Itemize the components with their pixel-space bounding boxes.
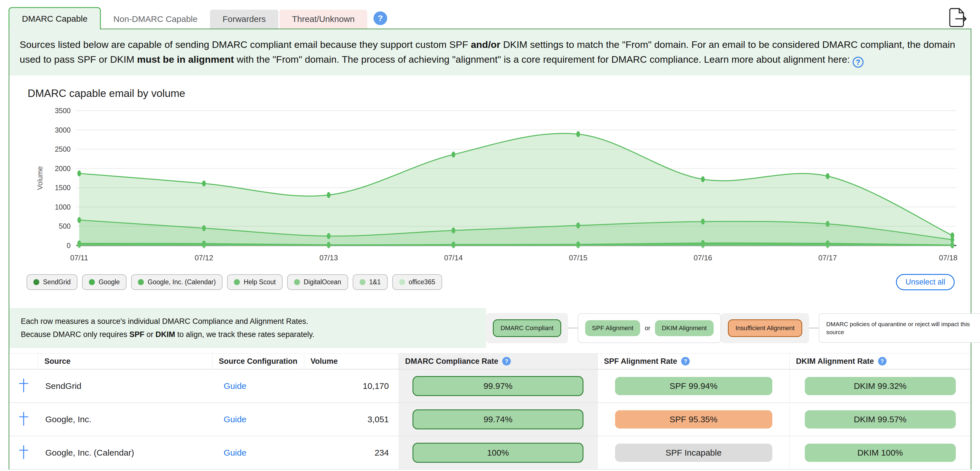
dmarc-compliance-cell: 99.97%	[399, 369, 597, 402]
guide-cell: Guide	[212, 369, 304, 402]
compliance-legend: DMARC Compliant SPF Alignment or DKIM Al…	[486, 313, 969, 343]
dkim-rate-badge: DKIM 99.32%	[805, 377, 956, 395]
series-color-dot	[360, 279, 366, 285]
legend-connector-line	[809, 327, 819, 329]
legend-chip-help-scout[interactable]: Help Scout	[227, 274, 283, 290]
dmarc-compliant-badge: DMARC Compliant	[493, 319, 561, 337]
table-row-sendgrid: SendGrid Guide 10,170 99.97% SPF 99.94% …	[10, 369, 970, 403]
chart-title: DMARC capable email by volume	[28, 88, 970, 99]
svg-text:1000: 1000	[55, 203, 71, 211]
legend-chip-label: Google, Inc. (Calendar)	[148, 278, 216, 286]
dmarc-compliance-cell: 100%	[399, 436, 597, 469]
plus-icon	[18, 444, 29, 461]
series-color-dot	[399, 279, 405, 285]
volume-value: 3,051	[304, 403, 399, 436]
dmarc-capable-panel: Sources listed below are capable of send…	[8, 29, 972, 469]
compliance-rate-badge: 99.74%	[412, 409, 584, 429]
series-color-dot	[234, 279, 240, 285]
dkim-alignment-badge: DKIM Alignment	[655, 320, 714, 336]
series-color-dot	[294, 279, 300, 285]
description-bold-alignment: must be in alignment	[137, 54, 234, 65]
table-row-google-calendar: Google, Inc. (Calendar) Guide 234 100% S…	[10, 436, 970, 469]
series-color-dot	[138, 279, 144, 285]
source-name: SendGrid	[38, 369, 212, 402]
spf-rate-badge: SPF 95.35%	[615, 410, 772, 428]
guide-link[interactable]: Guide	[224, 381, 247, 391]
dkim-rate-badge: DKIM 99.57%	[805, 410, 956, 428]
sources-table: Source Source Configuration Volume DMARC…	[10, 353, 970, 469]
tab-bar: DMARC Capable Non-DMARC Capable Forwarde…	[0, 0, 980, 29]
tab-forwarders[interactable]: Forwarders	[210, 10, 278, 29]
policy-note-text: DMARC policies of quarantine or reject w…	[826, 320, 977, 336]
guide-cell: Guide	[212, 436, 304, 469]
info-row: Each row measures a source's individual …	[10, 308, 970, 348]
guide-link[interactable]: Guide	[224, 448, 247, 458]
compliance-rate-badge: 99.97%	[412, 376, 584, 396]
svg-text:07/17: 07/17	[818, 254, 837, 262]
export-icon	[948, 24, 967, 29]
rates-info-box: Each row measures a source's individual …	[10, 308, 486, 348]
description-bold-andor: and/or	[471, 39, 501, 50]
dmarc-rate-help-icon[interactable]: ?	[502, 357, 511, 366]
legend-chip-label: DigitalOcean	[304, 278, 341, 286]
info-line-1: Each row measures a source's individual …	[21, 315, 475, 328]
svg-text:07/18: 07/18	[939, 254, 958, 262]
dkim-rate-cell: DKIM 99.57%	[789, 403, 970, 436]
legend-chip-digitalocean[interactable]: DigitalOcean	[287, 274, 348, 290]
svg-text:2500: 2500	[55, 145, 71, 153]
tabs-help-icon[interactable]: ?	[374, 11, 387, 25]
dkim-rate-cell: DKIM 100%	[789, 436, 970, 469]
svg-text:2000: 2000	[55, 164, 71, 172]
legend-chip-google-calendar[interactable]: Google, Inc. (Calendar)	[131, 274, 223, 290]
legend-dmarc-compliant-box: DMARC Compliant	[486, 313, 568, 343]
legend-chip-google[interactable]: Google	[82, 274, 126, 290]
export-button[interactable]	[948, 6, 967, 29]
table-body: SendGrid Guide 10,170 99.97% SPF 99.94% …	[10, 369, 970, 469]
config-column-header: Source Configuration	[212, 353, 304, 369]
tab-non-dmarc-capable[interactable]: Non-DMARC Capable	[101, 10, 210, 29]
svg-text:07/16: 07/16	[694, 254, 712, 262]
spf-rate-badge: SPF Incapable	[615, 444, 772, 462]
info-line-2: Because DMARC only requires SPF or DKIM …	[21, 328, 475, 341]
svg-text:3000: 3000	[55, 126, 71, 134]
dkim-rate-badge: DKIM 100%	[805, 444, 956, 462]
dmarc-rate-column-header: DMARC Compliance Rate?	[399, 353, 597, 369]
legend-chip-label: SendGrid	[43, 278, 71, 286]
svg-text:07/12: 07/12	[194, 254, 213, 262]
unselect-all-button[interactable]: Unselect all	[896, 274, 955, 290]
guide-cell: Guide	[212, 403, 304, 436]
description-part: with the "From" domain. The process of a…	[234, 54, 853, 65]
legend-chip-label: 1&1	[369, 278, 381, 286]
legend-connector-line	[568, 327, 578, 329]
guide-link[interactable]: Guide	[224, 415, 247, 424]
source-name: Google, Inc. (Calendar)	[38, 436, 212, 469]
spf-rate-badge: SPF 99.94%	[615, 377, 772, 395]
svg-text:0: 0	[67, 241, 71, 249]
alignment-help-icon[interactable]: ?	[853, 57, 864, 67]
expand-row-button[interactable]	[10, 436, 38, 469]
legend-policy-note-box: DMARC policies of quarantine or reject w…	[819, 313, 980, 343]
spf-rate-cell: SPF 95.35%	[597, 403, 789, 436]
svg-text:07/11: 07/11	[70, 254, 88, 262]
volume-value: 10,170	[304, 369, 399, 402]
or-text: or	[645, 324, 651, 332]
legend-chip-1and1[interactable]: 1&1	[353, 274, 388, 290]
expand-row-button[interactable]	[10, 403, 38, 436]
legend-chip-office365[interactable]: office365	[392, 274, 442, 290]
svg-text:07/13: 07/13	[319, 254, 338, 262]
legend-chip-label: office365	[409, 278, 435, 286]
legend-chip-sendgrid[interactable]: SendGrid	[27, 274, 78, 290]
dkim-rate-column-header: DKIM Alignment Rate?	[789, 353, 970, 369]
expand-row-button[interactable]	[10, 369, 38, 402]
dkim-rate-help-icon[interactable]: ?	[878, 357, 886, 366]
tab-threat-unknown[interactable]: Threat/Unknown	[280, 10, 367, 29]
source-name: Google, Inc.	[38, 403, 212, 436]
legend-chip-label: Google	[99, 278, 120, 286]
description-text: Sources listed below are capable of send…	[10, 29, 970, 75]
plus-icon	[18, 377, 29, 394]
spf-rate-cell: SPF Incapable	[597, 436, 789, 469]
spf-rate-help-icon[interactable]: ?	[681, 357, 690, 366]
volume-area-chart: 050010001500200025003000350007/1107/1207…	[18, 101, 959, 269]
source-column-header: Source	[38, 353, 212, 369]
tab-dmarc-capable[interactable]: DMARC Capable	[8, 7, 101, 29]
